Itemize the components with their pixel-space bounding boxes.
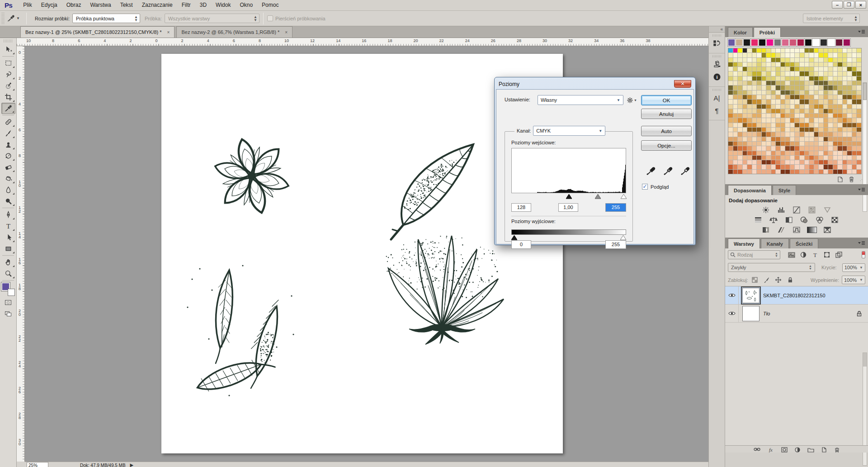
swatch[interactable]	[766, 62, 771, 67]
swatch[interactable]	[747, 132, 752, 136]
channel-mixer-adjustment-icon[interactable]	[815, 216, 825, 224]
swatch[interactable]	[795, 165, 799, 169]
adjustments-tab-style[interactable]: Style	[773, 185, 796, 195]
swatch[interactable]	[733, 76, 738, 81]
swatch[interactable]	[852, 156, 857, 160]
swatch[interactable]	[790, 170, 795, 174]
swatch[interactable]	[757, 86, 761, 90]
opacity-dropdown[interactable]: 100% ▼	[842, 263, 865, 272]
swatch[interactable]	[857, 86, 861, 90]
swatch[interactable]	[747, 48, 752, 52]
swatch[interactable]	[814, 137, 819, 141]
swatch[interactable]	[757, 137, 761, 141]
swatch[interactable]	[833, 91, 838, 95]
menu-tekst[interactable]: Tekst	[116, 2, 137, 8]
blur-tool[interactable]	[1, 184, 15, 195]
swatch[interactable]	[738, 146, 742, 150]
swatch[interactable]	[747, 53, 752, 57]
swatch[interactable]	[733, 118, 738, 122]
swatch[interactable]	[838, 100, 842, 104]
swatch[interactable]	[733, 156, 738, 160]
swatch[interactable]	[819, 91, 823, 95]
swatch[interactable]	[814, 109, 819, 113]
swatch[interactable]	[771, 137, 776, 141]
swatch[interactable]	[766, 81, 771, 85]
swatch[interactable]	[809, 76, 814, 81]
swatch[interactable]	[795, 118, 799, 122]
swatch[interactable]	[781, 105, 785, 109]
swatch[interactable]	[752, 123, 757, 127]
menu-widok[interactable]: Widok	[211, 2, 235, 8]
swatch[interactable]	[785, 81, 790, 85]
adjustments-tab-dopasowania[interactable]: Dopasowania	[728, 185, 772, 195]
swatch[interactable]	[838, 81, 842, 85]
swatch[interactable]	[809, 170, 814, 174]
swatch[interactable]	[757, 165, 761, 169]
vibrance-adjustment-icon[interactable]	[822, 206, 832, 214]
swatch[interactable]	[757, 67, 761, 71]
swatch[interactable]	[805, 151, 809, 155]
swatch[interactable]	[785, 53, 790, 57]
swatch[interactable]	[785, 86, 790, 90]
swatch[interactable]	[733, 48, 738, 52]
swatch[interactable]	[776, 123, 780, 127]
swatch[interactable]	[812, 39, 820, 46]
swatch[interactable]	[833, 132, 838, 136]
swatch[interactable]	[809, 86, 814, 90]
swatch[interactable]	[743, 160, 747, 164]
swatch[interactable]	[824, 95, 828, 99]
ok-button[interactable]: OK	[641, 95, 692, 105]
swatch[interactable]	[785, 58, 790, 62]
output-white-slider[interactable]	[620, 235, 626, 240]
swatch[interactable]	[833, 151, 838, 155]
swatch[interactable]	[828, 67, 833, 71]
swatch[interactable]	[782, 39, 789, 46]
swatch[interactable]	[785, 137, 790, 141]
swatch[interactable]	[833, 128, 838, 132]
swatch[interactable]	[847, 62, 852, 67]
swatch[interactable]	[800, 165, 804, 169]
black-point-eyedropper-icon[interactable]	[646, 166, 656, 176]
swatch[interactable]	[752, 170, 757, 174]
quick-selection-tool[interactable]	[1, 80, 15, 91]
swatch[interactable]	[828, 48, 833, 52]
swatch[interactable]	[833, 100, 838, 104]
swatch[interactable]	[843, 156, 847, 160]
swatch[interactable]	[828, 39, 835, 46]
swatch[interactable]	[776, 170, 780, 174]
swatch[interactable]	[766, 58, 771, 62]
swatch[interactable]	[762, 128, 766, 132]
swatch[interactable]	[795, 146, 799, 150]
swatch[interactable]	[847, 132, 852, 136]
swatch[interactable]	[838, 142, 842, 146]
swatch[interactable]	[743, 128, 747, 132]
swatch[interactable]	[743, 142, 747, 146]
swatch[interactable]	[809, 160, 814, 164]
swatch[interactable]	[805, 48, 809, 52]
swatch[interactable]	[785, 151, 790, 155]
swatch[interactable]	[785, 123, 790, 127]
swatch[interactable]	[781, 53, 785, 57]
menu-okno[interactable]: Okno	[235, 2, 257, 8]
group-icon[interactable]	[807, 447, 814, 453]
swatch[interactable]	[738, 132, 742, 136]
move-tool[interactable]	[1, 44, 15, 55]
swatch[interactable]	[800, 160, 804, 164]
swatch[interactable]	[814, 118, 819, 122]
swatch[interactable]	[833, 118, 838, 122]
swatch[interactable]	[838, 91, 842, 95]
swatch[interactable]	[743, 76, 747, 81]
swatch[interactable]	[800, 48, 804, 52]
swatch[interactable]	[781, 146, 785, 150]
swatch[interactable]	[747, 76, 752, 81]
swatch[interactable]	[752, 132, 757, 136]
swatch[interactable]	[776, 71, 780, 76]
swatch[interactable]	[738, 123, 742, 127]
swatch[interactable]	[833, 53, 838, 57]
swatch[interactable]	[805, 132, 809, 136]
swatch[interactable]	[776, 146, 780, 150]
swatch[interactable]	[776, 91, 780, 95]
swatch[interactable]	[790, 95, 795, 99]
swatch[interactable]	[824, 109, 828, 113]
swatch[interactable]	[757, 48, 761, 52]
